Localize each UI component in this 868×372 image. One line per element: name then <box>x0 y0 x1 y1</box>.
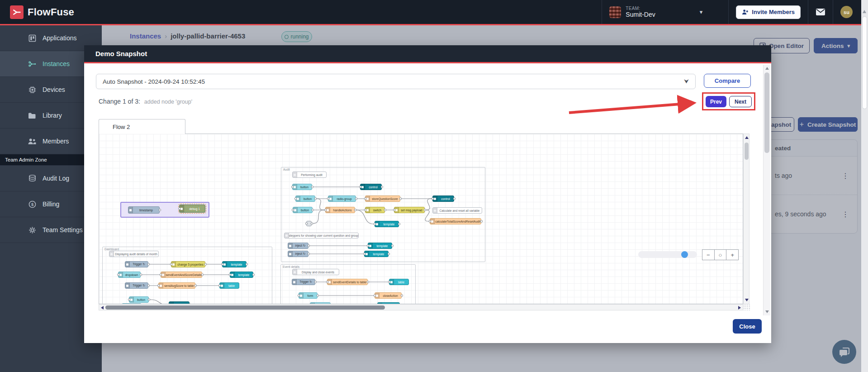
flow-node-storequestionscore[interactable]: storeQuestionScore <box>365 196 400 202</box>
flow-node-template[interactable]: template <box>368 243 392 249</box>
node-output-port[interactable] <box>354 209 356 211</box>
node-output-port[interactable] <box>311 186 313 188</box>
zoom-slider-thumb[interactable] <box>681 251 688 258</box>
node-input-port[interactable] <box>291 186 294 188</box>
node-input-port[interactable] <box>363 253 365 255</box>
node-input-port[interactable] <box>170 263 172 266</box>
flow-node-radio-group[interactable]: radio-group <box>328 196 356 202</box>
flow-node-template[interactable]: template <box>230 272 253 278</box>
node-input-port[interactable] <box>298 295 300 297</box>
flow-node-display-and-close-events[interactable]: Display and close events <box>292 269 339 275</box>
scroll-down-arrow-icon[interactable] <box>745 299 749 301</box>
scroll-left-arrow-icon[interactable] <box>101 306 104 310</box>
node-output-port[interactable] <box>314 198 317 200</box>
flow-node-trigger-[interactable]: Trigger ↻ <box>125 282 148 289</box>
flow-node-performing-audit[interactable]: Performing audit <box>292 172 327 178</box>
team-selector[interactable]: TEAM: Sumit-Dev ▾ <box>602 0 728 24</box>
mail-icon[interactable] <box>816 8 825 16</box>
canvas-zoom-slider[interactable] <box>638 251 697 258</box>
flow-node-displaying-audit-details-of-month[interactable]: Displaying audit details of month <box>109 251 159 257</box>
node-output-port[interactable] <box>140 274 142 276</box>
node-input-port[interactable] <box>157 285 160 287</box>
flow-canvas[interactable]: AuditDashboardEvent detailstimestampdebu… <box>99 134 743 304</box>
flow-node-sendeventdetails-to-table[interactable]: sendEventDetails to table <box>327 279 368 285</box>
flow-node-set-msg-payload[interactable]: set msg.payload <box>394 207 425 213</box>
flow-node-inject-[interactable]: inject ↻ <box>288 251 308 257</box>
canvas-hscroll-thumb[interactable] <box>105 305 385 310</box>
flow-node-template[interactable]: template <box>375 221 399 227</box>
flow-node-handleactions[interactable]: handleActions <box>325 207 355 213</box>
flow-node-button[interactable]: button <box>292 184 312 190</box>
flow-node-closeaction[interactable]: closeAction <box>375 292 402 299</box>
node-output-port[interactable] <box>381 186 383 188</box>
node-output-port[interactable] <box>401 295 403 297</box>
flow-node-switch[interactable]: switch <box>365 207 385 213</box>
node-input-port[interactable] <box>128 299 130 301</box>
flow-node-template[interactable]: template <box>222 261 247 267</box>
node-input-port[interactable] <box>367 245 369 247</box>
brand[interactable]: FlowFuse <box>10 5 74 19</box>
node-output-port[interactable] <box>194 285 197 287</box>
node-input-port[interactable] <box>388 281 390 283</box>
node-input-port[interactable] <box>393 209 395 211</box>
node-input-port[interactable] <box>364 209 366 211</box>
flow-node-calculate-and-reset-all-variable[interactable]: Calculate and reset all variable <box>432 207 482 214</box>
node-output-port[interactable] <box>147 263 150 266</box>
flow-node-control[interactable]: control <box>360 184 382 190</box>
flow-node-link[interactable] <box>306 221 312 226</box>
node-output-port[interactable] <box>252 274 255 276</box>
invite-members-button[interactable]: Invite Members <box>736 5 801 19</box>
node-output-port[interactable] <box>317 295 319 297</box>
zoom-in-button[interactable]: + <box>726 250 738 260</box>
flow-node-button[interactable]: button <box>129 296 149 303</box>
node-output-port[interactable] <box>204 263 207 266</box>
node-output-port[interactable] <box>201 274 204 276</box>
node-input-port[interactable] <box>160 274 162 276</box>
node-input-port[interactable] <box>294 198 297 200</box>
zoom-out-button[interactable]: − <box>702 250 714 260</box>
close-modal-button[interactable]: Close <box>733 319 762 334</box>
node-input-port[interactable] <box>117 274 119 276</box>
node-output-port[interactable] <box>246 263 248 266</box>
node-output-port[interactable] <box>480 220 483 223</box>
page-scroll-thumb[interactable] <box>862 16 867 109</box>
flow-node-control[interactable]: control <box>432 196 454 202</box>
flow-node-steppers-for-showing-user-current-question-and-group[interactable]: steppers for showing user current questi… <box>284 233 359 238</box>
node-input-port[interactable] <box>305 223 308 225</box>
node-input-port[interactable] <box>178 208 180 210</box>
node-input-port[interactable] <box>359 186 361 188</box>
flow-node-table[interactable]: table <box>219 282 239 289</box>
flow-node-timestamp[interactable]: timestamp <box>128 206 160 214</box>
scroll-up-arrow-icon[interactable] <box>765 67 769 70</box>
node-input-port[interactable] <box>221 263 223 266</box>
zoom-reset-button[interactable]: ○ <box>714 250 726 260</box>
node-input-port[interactable] <box>218 285 221 287</box>
flow-node-calculatetotalscoreandresetaudit[interactable]: calculateTotalScoreAndResetAudit <box>430 218 481 224</box>
node-input-port[interactable] <box>292 209 294 211</box>
node-output-port[interactable] <box>388 253 390 255</box>
node-output-port[interactable] <box>314 281 317 283</box>
node-output-port[interactable] <box>311 223 313 225</box>
node-output-port[interactable] <box>148 299 150 301</box>
flow-node-button[interactable]: button <box>293 207 313 213</box>
node-output-port[interactable] <box>391 245 394 247</box>
node-output-port[interactable] <box>399 198 402 200</box>
flow-node-form[interactable]: form <box>299 292 318 299</box>
compare-button[interactable]: Compare <box>704 74 751 88</box>
tab-flow-2[interactable]: Flow 2 <box>99 119 185 134</box>
flow-node-trigger-[interactable]: Trigger ↻ <box>292 279 315 285</box>
flow-node-template[interactable]: template <box>364 251 389 257</box>
scroll-down-arrow-icon[interactable] <box>765 310 769 313</box>
node-input-port[interactable] <box>432 198 434 200</box>
scroll-up-arrow-icon[interactable] <box>745 136 749 139</box>
node-output-port[interactable] <box>367 281 369 283</box>
node-output-port[interactable] <box>308 245 310 247</box>
node-input-port[interactable] <box>374 223 376 225</box>
flow-node-dropdown[interactable]: dropdown <box>118 272 141 278</box>
node-input-port[interactable] <box>327 198 329 200</box>
flow-node-sendavgscore-to-table[interactable]: sendAvgScore to table <box>158 282 195 289</box>
canvas-horizontal-scrollbar[interactable] <box>99 304 743 310</box>
node-output-port[interactable] <box>308 253 310 255</box>
flow-node-change-5-properties[interactable]: change 5 properties <box>171 261 205 267</box>
flow-node-sendeventandscoredetails[interactable]: sendEventAndScoreDetails <box>161 272 202 278</box>
